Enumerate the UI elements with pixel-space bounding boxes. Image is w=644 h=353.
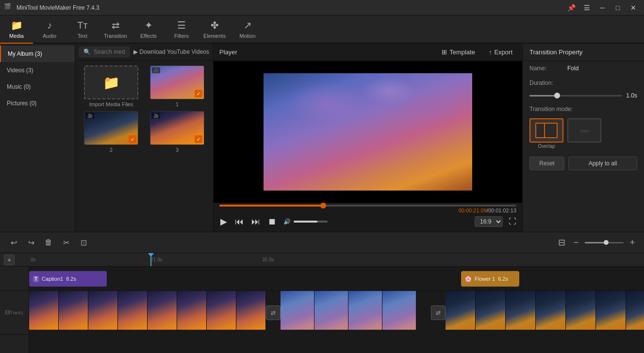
frame-3-1 (446, 291, 476, 330)
toolbar-elements[interactable]: ✤ Elements (198, 16, 231, 44)
playhead[interactable] (150, 253, 151, 266)
main-layout: My Album (3) Videos (3) Music (0) Pictur… (0, 44, 644, 232)
transition-chip-1[interactable]: ⇄ (266, 305, 281, 320)
redo-button[interactable]: ↪ (23, 235, 39, 250)
second-preview[interactable]: ▭▭ (567, 118, 601, 143)
zoom-out-button[interactable]: − (570, 237, 582, 248)
import-media-item[interactable]: 📁 Import Media Files (80, 65, 142, 107)
duration-slider[interactable] (529, 95, 622, 96)
sidebar-item-myalbum[interactable]: My Album (3) (0, 46, 75, 62)
aspect-ratio-select[interactable]: 16:9 4:3 1:1 9:16 (475, 216, 503, 227)
toolbar-motion[interactable]: ↗ Motion (231, 16, 264, 44)
toolbar-filters-label: Filters (174, 33, 189, 39)
audio-icon: ♪ (47, 20, 52, 31)
play-button[interactable]: ▶ (219, 215, 228, 228)
crop-button[interactable]: ⊡ (76, 235, 91, 250)
caption-clip[interactable]: T Caption1 8.2s (29, 271, 107, 287)
check-1: ✓ (195, 90, 202, 97)
toolbar-media-label: Media (9, 33, 24, 39)
caption-t-icon: T (33, 276, 39, 282)
template-icon: ⊞ (442, 48, 447, 56)
download-youtube-button[interactable]: ▶ Download YouTube Videos (133, 48, 209, 55)
search-input[interactable] (94, 48, 125, 55)
search-bar: 🔍 ▶ Download YouTube Videos (75, 44, 213, 61)
player-timeline-bar: 00:00:21:09 / 00:01:02:13 (214, 203, 522, 213)
toolbar-filters[interactable]: ☰ Filters (165, 16, 198, 44)
delete-button[interactable]: 🗑 (41, 235, 56, 250)
video-strip-3[interactable] (446, 291, 644, 335)
duration-thumb (554, 93, 560, 98)
track-label-text: Track1 (10, 310, 23, 315)
media-item-3[interactable]: 🎥 ✓ 3 (146, 111, 208, 153)
duration-slider-wrap: 1.0s (523, 90, 644, 103)
export-button[interactable]: ↑ Export (485, 47, 516, 57)
menu-button[interactable]: ☰ (580, 1, 594, 15)
toolbar-effects[interactable]: ✦ Effects (132, 16, 165, 44)
media-label-3: 3 (176, 147, 179, 153)
transition-chip-2[interactable]: ⇄ (431, 305, 446, 320)
toolbar-audio[interactable]: ♪ Audio (33, 16, 66, 44)
zoom-slider[interactable] (585, 242, 624, 243)
minimize-button[interactable]: ─ (595, 1, 609, 15)
transition-mode-label: Transition mode: (523, 103, 644, 115)
maximize-button[interactable]: □ (611, 1, 625, 15)
toolbar-text[interactable]: Tт Text (66, 16, 99, 44)
zoom-controls: ⊟ − + (556, 237, 638, 248)
media-item-1[interactable]: 🎥 ✓ 1 (146, 65, 208, 107)
apply-all-button[interactable]: Apply to all (568, 157, 637, 170)
close-button[interactable]: ✕ (627, 1, 640, 15)
sidebar-item-videos[interactable]: Videos (3) (0, 62, 75, 79)
flower-clip[interactable]: 🌸 Flower 1 6.2s (461, 271, 519, 287)
track-label-caption (0, 267, 29, 291)
track-content: T Caption1 8.2s 🌸 Flower 1 6.2s (29, 267, 644, 353)
transition-property-title: Transition Property (523, 44, 644, 61)
media-item-2[interactable]: 🎥 ✓ 2 (80, 111, 142, 153)
ruler-mark-0s: 0s (31, 257, 36, 262)
frame-3-2 (476, 291, 506, 330)
zoom-in-button[interactable]: + (627, 237, 638, 248)
duration-fill (529, 95, 557, 96)
video-strip-2[interactable] (281, 291, 416, 335)
cut-button[interactable]: ✂ (58, 235, 74, 250)
reset-button[interactable]: Reset (529, 157, 564, 170)
toolbar-media[interactable]: 📁 Media (0, 16, 33, 44)
media-thumb-2: 🎥 ✓ (84, 111, 138, 145)
overlap-preview[interactable] (529, 118, 563, 143)
media-grid: 📁 Import Media Files 🎥 ✓ 1 (75, 61, 213, 158)
frame-3-5 (566, 291, 596, 330)
search-input-wrap[interactable]: 🔍 (79, 47, 130, 57)
track-label-track1: 🎞 Track1 (0, 291, 29, 335)
check-2: ✓ (129, 135, 136, 143)
frame-2-4 (382, 291, 416, 330)
duration-row: Duration: (523, 76, 644, 90)
split-icon[interactable]: ⊟ (556, 237, 567, 248)
player-actions: ⊞ Template ↑ Export (438, 47, 516, 57)
prev-button[interactable]: ⏮ (234, 216, 245, 228)
volume-icon: 🔊 (283, 218, 291, 225)
pin-button[interactable]: 📌 (564, 1, 578, 15)
add-track-button[interactable]: + (4, 255, 15, 265)
undo-button[interactable]: ↩ (6, 235, 21, 250)
import-label: Import Media Files (89, 101, 133, 107)
frame-1-5 (148, 291, 177, 330)
stop-button[interactable]: ⏹ (267, 216, 278, 228)
sidebar-item-pictures[interactable]: Pictures (0) (0, 95, 75, 112)
frame-1-4 (118, 291, 148, 330)
toolbar-transition[interactable]: ⇄ Transition (99, 16, 132, 44)
next-button[interactable]: ⏭ (250, 216, 261, 228)
template-button[interactable]: ⊞ Template (438, 47, 479, 57)
transition-previews: Overlap ▭▭ (523, 115, 644, 152)
flower-clip-duration: 6.2s (498, 276, 508, 282)
frame-2-3 (348, 291, 382, 330)
player-video (214, 61, 522, 203)
frame-3-3 (506, 291, 536, 330)
sky-clouds (264, 73, 472, 191)
frame-1-6 (177, 291, 207, 330)
video-strip-1[interactable] (29, 291, 266, 335)
fullscreen-button[interactable]: ⛶ (509, 217, 516, 226)
sidebar-item-music[interactable]: Music (0) (0, 79, 75, 95)
progress-bar[interactable] (219, 205, 516, 207)
toolbar-elements-label: Elements (203, 33, 226, 39)
volume-slider[interactable] (294, 221, 328, 223)
right-panel: Transition Property Name: Fold Duration:… (523, 44, 644, 232)
